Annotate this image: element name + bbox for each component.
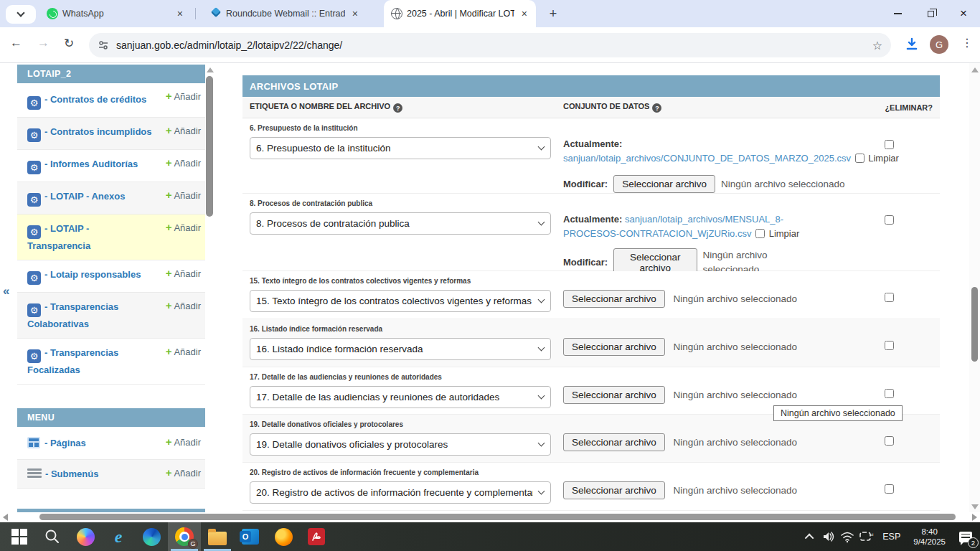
new-tab-button[interactable]: + xyxy=(544,4,562,23)
etiqueta-select-input[interactable]: 20. Registro de activos de información f… xyxy=(250,481,551,504)
profile-avatar[interactable]: G xyxy=(930,35,948,54)
etiqueta-select[interactable]: 19. Detalle donativos oficiales y protoc… xyxy=(250,433,551,456)
firefox-button[interactable] xyxy=(267,522,300,551)
taskbar-search-button[interactable] xyxy=(36,522,69,551)
etiqueta-select-input[interactable]: 19. Detalle donativos oficiales y protoc… xyxy=(250,433,551,456)
etiqueta-select[interactable]: 15. Texto íntegro de los contratos colec… xyxy=(250,290,551,312)
close-button[interactable]: × xyxy=(947,0,980,27)
etiqueta-select[interactable]: 17. Detalle de las audiencias y reunione… xyxy=(250,386,551,408)
acrobat-button[interactable] xyxy=(300,522,333,551)
chrome-button[interactable]: G xyxy=(168,522,201,551)
notification-center-button[interactable]: 2 xyxy=(951,522,980,551)
sidebar-item-label[interactable]: - Páginas xyxy=(44,438,133,448)
tab-lotaip-active[interactable]: 2025 - Abril | Modificar LOTAIP × xyxy=(384,0,536,27)
seleccionar-archivo-button[interactable]: Seleccionar archivo xyxy=(563,290,665,308)
etiqueta-select-input[interactable]: 8. Procesos de contratación publica xyxy=(250,212,551,235)
eliminar-checkbox[interactable] xyxy=(885,140,894,149)
tab-roundcube[interactable]: Roundcube Webmail :: Entrada × xyxy=(203,0,367,27)
page-vertical-scrollbar[interactable] xyxy=(969,63,980,514)
scroll-right-arrow[interactable] xyxy=(972,514,977,521)
site-info-icon[interactable] xyxy=(98,39,109,51)
scroll-down-arrow[interactable] xyxy=(971,504,979,509)
sidebar-collapse-arrow[interactable]: « xyxy=(3,284,9,298)
scroll-up-arrow[interactable] xyxy=(207,67,214,72)
sidebar-item-contratos-creditos[interactable]: ⚙- Contratos de créditos +Añadir xyxy=(17,83,205,118)
add-link[interactable]: +Añadir xyxy=(166,124,201,136)
eliminar-checkbox[interactable] xyxy=(885,341,894,350)
limpiar-checkbox[interactable] xyxy=(755,229,765,238)
eliminar-checkbox[interactable] xyxy=(885,436,894,446)
etiqueta-select[interactable]: 8. Procesos de contratación publica xyxy=(250,212,551,235)
sidebar-scrollbar[interactable] xyxy=(206,66,214,511)
etiqueta-select[interactable]: 20. Registro de activos de información f… xyxy=(250,481,551,504)
seleccionar-archivo-button[interactable]: Seleccionar archivo xyxy=(613,175,715,193)
add-link[interactable]: +Añadir xyxy=(166,466,201,479)
page-horizontal-scrollbar[interactable] xyxy=(0,512,980,522)
taskbar-clock[interactable]: 8:40 9/4/2025 xyxy=(908,527,951,547)
help-icon[interactable]: ? xyxy=(393,103,402,113)
minimize-button[interactable] xyxy=(881,0,914,27)
add-link[interactable]: +Añadir xyxy=(166,345,201,357)
outlook-button[interactable] xyxy=(234,522,267,551)
sidebar-item-informes-auditorias[interactable]: ⚙- Informes Auditorías +Añadir xyxy=(17,150,205,182)
limpiar-checkbox[interactable] xyxy=(855,154,864,163)
sidebar-item-transparencias-focalizadas[interactable]: ⚙- Transparencias Focalizadas +Añadir xyxy=(17,339,205,385)
sidebar-item-submenus[interactable]: - Submenús +Añadir xyxy=(17,460,205,489)
sidebar-item-paginas[interactable]: - Páginas +Añadir xyxy=(17,427,205,460)
etiqueta-select-input[interactable]: 15. Texto íntegro de los contratos colec… xyxy=(250,290,551,312)
volume-button[interactable] xyxy=(819,522,838,551)
sidebar-item-label[interactable]: - Transparencias Focalizadas xyxy=(27,347,128,375)
current-file-link[interactable]: sanjuan/lotaip_archivos/CONJUNTO_DE_DATO… xyxy=(563,153,851,164)
scroll-left-arrow[interactable] xyxy=(3,514,8,521)
tab-search-button[interactable] xyxy=(6,5,36,24)
tab-close-icon[interactable]: × xyxy=(349,8,361,19)
tab-whatsapp[interactable]: WhatsApp × xyxy=(39,0,192,27)
add-link[interactable]: +Añadir xyxy=(166,267,201,279)
add-link[interactable]: +Añadir xyxy=(166,189,201,201)
eliminar-checkbox[interactable] xyxy=(885,484,894,494)
sidebar-item-lotaip-transparencia[interactable]: ⚙- LOTAIP - Transparencia +Añadir xyxy=(17,215,205,260)
seleccionar-archivo-button[interactable]: Seleccionar archivo xyxy=(563,481,665,499)
add-link[interactable]: +Añadir xyxy=(166,156,201,169)
start-button[interactable] xyxy=(3,522,36,551)
etiqueta-select[interactable]: 6. Presupuesto de la institución xyxy=(250,137,551,159)
sidebar-item-transparencias-colaborativas[interactable]: ⚙- Transparencias Colaborativas +Añadir xyxy=(17,293,205,339)
edge-button[interactable] xyxy=(135,522,168,551)
sidebar-scroll-thumb[interactable] xyxy=(206,76,213,217)
sidebar-item-contratos-incumplidos[interactable]: ⚙- Contratos incumplidos +Añadir xyxy=(17,118,205,150)
bookmark-star-icon[interactable]: ☆ xyxy=(872,39,882,52)
eliminar-checkbox[interactable] xyxy=(885,215,894,225)
vertical-scroll-thumb[interactable] xyxy=(971,287,978,362)
etiqueta-select[interactable]: 16. Listado índice formación reservada xyxy=(250,338,551,360)
eliminar-checkbox[interactable] xyxy=(885,389,894,398)
sidebar-item-label[interactable]: - LOTAIP - Transparencia xyxy=(27,223,138,251)
add-link[interactable]: +Añadir xyxy=(166,299,201,311)
add-link[interactable]: +Añadir xyxy=(166,90,201,102)
add-link[interactable]: +Añadir xyxy=(166,221,201,233)
horizontal-scroll-thumb[interactable] xyxy=(39,514,956,520)
url-text[interactable]: sanjuan.gob.ec/admin/lotaip_2/lotaipv2/2… xyxy=(116,39,872,51)
forward-button[interactable]: → xyxy=(37,36,50,50)
scroll-up-arrow[interactable] xyxy=(971,67,979,72)
copilot-button[interactable] xyxy=(69,522,102,551)
etiqueta-select-input[interactable]: 17. Detalle de las audiencias y reunione… xyxy=(250,386,551,408)
language-indicator[interactable]: ESP xyxy=(875,532,908,542)
restore-button[interactable] xyxy=(914,0,947,27)
tray-expand-button[interactable] xyxy=(801,522,819,551)
download-icon[interactable] xyxy=(904,37,920,52)
sidebar-item-label[interactable]: - Transparencias Colaborativas xyxy=(27,301,136,329)
seleccionar-archivo-button[interactable]: Seleccionar archivo xyxy=(563,338,665,356)
reload-button[interactable]: ↻ xyxy=(64,36,74,51)
address-bar[interactable]: sanjuan.gob.ec/admin/lotaip_2/lotaipv2/2… xyxy=(89,33,891,57)
sidebar-item-lotaip-anexos[interactable]: ⚙- LOTAIP - Anexos +Añadir xyxy=(17,182,205,215)
back-button[interactable]: ← xyxy=(10,36,22,50)
sidebar-item-label[interactable]: - Submenús xyxy=(45,468,146,479)
etiqueta-select-input[interactable]: 16. Listado índice formación reservada xyxy=(250,338,551,360)
seleccionar-archivo-button[interactable]: Seleccionar archivo xyxy=(563,386,665,404)
tab-close-icon[interactable]: × xyxy=(519,8,530,19)
menu-kebab-icon[interactable]: ⋮ xyxy=(961,36,973,50)
sidebar-item-label[interactable]: - LOTAIP - Anexos xyxy=(44,191,172,202)
sidebar-item-lotaip-responsables[interactable]: ⚙- Lotaip responsables +Añadir xyxy=(17,260,205,293)
wifi-button[interactable] xyxy=(838,522,857,551)
help-icon[interactable]: ? xyxy=(652,103,661,113)
